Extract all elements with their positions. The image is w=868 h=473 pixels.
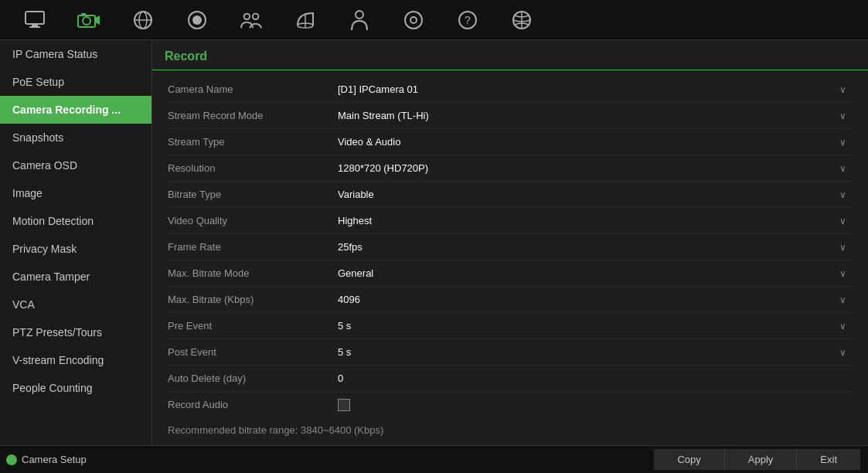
max-bitrate-kbps-label: Max. Bitrate (Kbps) [168,294,338,305]
bottom-buttons: Copy Apply Exit [152,449,868,470]
stream-record-mode-arrow: ∨ [839,111,846,121]
sidebar-item-motion-detection[interactable]: Motion Detection [0,207,151,235]
sidebar: IP Camera Status PoE Setup Camera Record… [0,40,152,445]
sidebar-item-snapshots[interactable]: Snapshots [0,124,151,151]
help-nav-icon[interactable]: ? [441,1,495,39]
max-bitrate-mode-label: Max. Bitrate Mode [168,267,338,279]
stream-type-row: Stream Type Video & Audio ∨ [168,129,853,155]
stream-type-value[interactable]: Video & Audio ∨ [338,136,853,148]
record-nav-icon[interactable] [170,1,224,39]
monitor-nav-icon[interactable] [8,1,62,39]
camera-name-dropdown-arrow: ∨ [839,84,846,95]
sidebar-item-privacy-mask[interactable]: Privacy Mask [0,235,151,263]
post-event-label: Post Event [168,346,338,358]
record-audio-checkbox[interactable] [338,399,350,411]
bitrate-type-value[interactable]: Variable ∨ [338,189,853,200]
person-nav-icon[interactable] [332,1,386,39]
video-quality-text: Highest [338,215,372,226]
camera-name-row: Camera Name [D1] IPCamera 01 ∨ [168,77,853,103]
video-quality-label: Video Quality [168,215,338,226]
pre-event-value[interactable]: 5 s ∨ [338,320,853,332]
pre-event-label: Pre Event [168,320,338,332]
network-icon [510,9,533,31]
svg-point-17 [405,12,422,29]
svg-rect-2 [29,26,40,28]
pre-event-arrow: ∨ [839,321,846,332]
bottom-status-label: Camera Setup [22,454,87,465]
svg-rect-1 [32,24,38,26]
max-bitrate-kbps-row: Max. Bitrate (Kbps) 4096 ∨ [168,287,853,313]
max-bitrate-mode-value[interactable]: General ∨ [338,267,853,279]
stream-type-arrow: ∨ [839,137,846,148]
frame-rate-row: Frame Rate 25fps ∨ [168,234,853,260]
stream-record-mode-row: Stream Record Mode Main Stream (TL-Hi) ∨ [168,103,853,129]
stream-record-mode-text: Main Stream (TL-Hi) [338,110,429,121]
monitor-icon [23,9,46,31]
sidebar-item-camera-tamper[interactable]: Camera Tamper [0,263,151,291]
auto-delete-row: Auto Delete (day) 0 [168,366,853,392]
sidebar-item-v-stream[interactable]: V-stream Encoding [0,346,151,374]
video-quality-row: Video Quality Highest ∨ [168,208,853,234]
people-nav-icon[interactable] [224,1,278,39]
form-area: Camera Name [D1] IPCamera 01 ∨ Stream Re… [152,70,868,415]
frame-rate-label: Frame Rate [168,241,338,253]
svg-rect-0 [26,12,44,24]
frame-rate-text: 25fps [338,241,363,253]
stream-record-mode-label: Stream Record Mode [168,110,338,121]
stream-type-label: Stream Type [168,136,338,148]
max-bitrate-mode-row: Max. Bitrate Mode General ∨ [168,260,853,287]
frame-rate-value[interactable]: 25fps ∨ [338,241,853,253]
status-dot [6,454,17,465]
record-audio-value [338,399,853,411]
copy-button[interactable]: Copy [654,449,723,470]
disk-nav-icon[interactable] [386,1,441,39]
resolution-text: 1280*720 (HD720P) [338,162,428,174]
record-icon [186,9,209,31]
sidebar-item-camera-recording[interactable]: Camera Recording ... [0,96,151,124]
globe-nav-icon[interactable] [116,1,170,39]
frame-rate-arrow: ∨ [839,242,846,253]
bottom-bar: Camera Setup Copy Apply Exit [0,445,868,473]
resolution-arrow: ∨ [839,163,846,174]
content-area: Record Camera Name [D1] IPCamera 01 ∨ St… [152,40,868,445]
sidebar-item-ptz-presets[interactable]: PTZ Presets/Tours [0,318,151,346]
pre-event-row: Pre Event 5 s ∨ [168,313,853,339]
apply-button[interactable]: Apply [724,449,797,470]
exit-button[interactable]: Exit [796,449,860,470]
auto-delete-label: Auto Delete (day) [168,373,338,384]
bitrate-type-arrow: ∨ [839,189,846,200]
post-event-arrow: ∨ [839,347,846,358]
main-layout: IP Camera Status PoE Setup Camera Record… [0,40,868,445]
max-bitrate-kbps-value[interactable]: 4096 ∨ [338,294,853,305]
bitrate-type-row: Bitrate Type Variable ∨ [168,182,853,208]
sidebar-item-ip-camera-status[interactable]: IP Camera Status [0,40,151,68]
camera-nav-icon[interactable] [62,1,116,39]
resolution-row: Resolution 1280*720 (HD720P) ∨ [168,155,853,182]
sidebar-item-camera-osd[interactable]: Camera OSD [0,151,151,179]
camera-icon [77,9,100,31]
bitrate-type-text: Variable [338,189,374,200]
post-event-value[interactable]: 5 s ∨ [338,346,853,358]
resolution-value[interactable]: 1280*720 (HD720P) ∨ [338,162,853,174]
sidebar-item-poe-setup[interactable]: PoE Setup [0,68,151,96]
svg-text:?: ? [465,14,471,26]
svg-point-18 [410,17,417,23]
auto-delete-value: 0 [338,373,853,384]
camera-name-value[interactable]: [D1] IPCamera 01 ∨ [338,83,853,95]
svg-point-12 [244,13,250,19]
sidebar-item-vca[interactable]: VCA [0,291,151,318]
stream-record-mode-value[interactable]: Main Stream (TL-Hi) ∨ [338,110,853,121]
post-event-row: Post Event 5 s ∨ [168,339,853,366]
svg-point-4 [83,17,90,25]
video-quality-value[interactable]: Highest ∨ [338,215,853,226]
globe-icon [131,9,155,31]
network-nav-icon[interactable] [495,1,549,39]
record-audio-row: Record Audio [168,392,853,415]
top-nav: ? [0,0,868,40]
help-icon: ? [456,9,479,31]
sidebar-item-image[interactable]: Image [0,179,151,207]
max-bitrate-mode-arrow: ∨ [839,268,846,279]
people-icon [240,9,263,31]
sidebar-item-people-counting[interactable]: People Counting [0,374,151,402]
dome-nav-icon[interactable] [278,1,332,39]
